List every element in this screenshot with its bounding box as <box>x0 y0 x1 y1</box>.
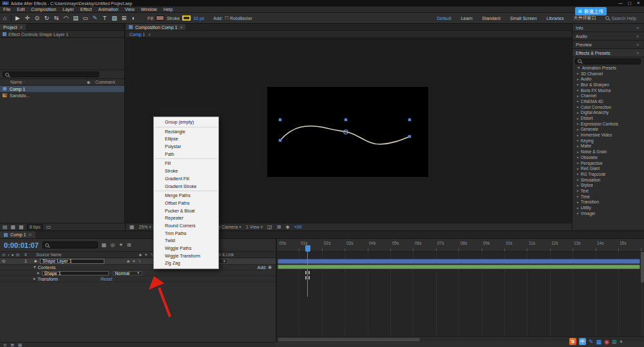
workspace-default[interactable]: Default <box>437 16 451 21</box>
effects-item[interactable]: ▸Text <box>573 188 644 194</box>
frame-blend-icon[interactable]: ✶ <box>118 243 123 248</box>
effects-item[interactable]: ▸Generate <box>573 127 644 133</box>
workspace-custom[interactable]: 大并排窗口 <box>573 15 596 21</box>
effects-item[interactable]: ▸Boris FX Mocha <box>573 88 644 93</box>
tool-mask-icon[interactable]: ▭ <box>80 15 90 21</box>
layer-quality-toggle[interactable]: ∖ <box>138 259 141 264</box>
effects-item[interactable]: ▸Transition <box>573 200 644 205</box>
new-folder-icon[interactable]: ▦ <box>11 225 16 230</box>
group-duration-bar[interactable] <box>278 265 640 269</box>
panel-menu-icon[interactable]: ≡ <box>636 34 641 39</box>
effects-item[interactable]: ▸Digital Anarchy <box>573 110 644 116</box>
effects-item[interactable]: ▸Immersive Video <box>573 132 644 138</box>
flowchart-icon[interactable]: ◈ <box>285 225 289 230</box>
project-item-comp1[interactable]: ▦ Comp 1 <box>0 86 124 92</box>
close-button[interactable]: ✕ <box>637 1 640 6</box>
current-timecode[interactable]: 0:00:01:07 <box>4 241 39 249</box>
effects-item[interactable]: ▸Red Giant <box>573 165 644 171</box>
workspace-standard[interactable]: Standard <box>482 16 500 21</box>
viewer-tab-comp1[interactable]: Comp 1 <box>129 32 146 37</box>
grid-guides-icon[interactable]: ▦ <box>129 225 135 230</box>
trash-icon[interactable]: ▭ <box>46 225 52 230</box>
tab-project[interactable]: Project ≡ <box>0 24 26 30</box>
twirl-right-icon[interactable]: ▸ <box>577 88 579 92</box>
effects-search-input[interactable] <box>575 59 641 64</box>
panel-effects-presets[interactable]: Effects & Presets ≡ <box>573 49 644 57</box>
twirl-right-icon[interactable]: ▸ <box>577 150 579 154</box>
menu-item-zig-zag[interactable]: Zig Zag <box>154 259 218 267</box>
tool-home-icon[interactable]: ⌂ <box>0 15 10 21</box>
label-column-icon[interactable]: ◆ <box>87 80 90 85</box>
tool-pen-icon[interactable]: ✎ <box>90 15 100 21</box>
tab-timeline-comp1[interactable]: Comp 1 ≡ <box>0 231 35 238</box>
tool-zoom-icon[interactable]: ⊙ <box>32 15 42 21</box>
effects-item[interactable]: ▸CINEMA 4D <box>573 98 644 104</box>
twirl-right-icon[interactable]: ▸ <box>577 99 579 103</box>
menu-item-repeater[interactable]: Repeater <box>154 214 218 222</box>
transform-row[interactable]: ▸ Transform Reset <box>0 276 276 282</box>
shape-path-canvas[interactable] <box>267 87 428 177</box>
layer-shy-toggle[interactable]: ♣ <box>127 259 129 264</box>
effects-item[interactable]: ▸Keying <box>573 138 644 144</box>
toolbox-icon[interactable]: ⊞ <box>612 339 617 345</box>
twirl-right-icon[interactable]: ▸ <box>577 138 579 142</box>
keyboard-icon[interactable]: ▦ <box>596 339 602 345</box>
twirl-right-icon[interactable]: ▸ <box>577 189 579 192</box>
effects-item[interactable]: ▸3D Channel <box>573 71 644 77</box>
effects-item[interactable]: ▸Expression Controls <box>573 121 644 127</box>
more-icon[interactable]: ▼ <box>619 340 623 344</box>
add-shape-button[interactable]: Add: ◉ <box>257 265 272 270</box>
sogou-icon[interactable]: S <box>569 338 576 345</box>
menu-item-offset-paths[interactable]: Offset Paths <box>154 200 218 207</box>
effects-item[interactable]: ▸Simulation <box>573 177 644 183</box>
twirl-right-icon[interactable]: ▸ <box>577 172 579 176</box>
effects-item[interactable]: ▸Vmager <box>573 211 644 216</box>
workspace-libraries[interactable]: Libraries <box>547 16 564 21</box>
stroke-width-value[interactable]: 10 px <box>193 16 204 21</box>
panel-preview[interactable]: Preview ≡ <box>573 41 644 49</box>
menu-item-pucker-bloat[interactable]: Pucker & Bloat <box>154 207 218 215</box>
twirl-right-icon[interactable]: ▸ <box>577 211 579 215</box>
twirl-right-icon[interactable]: ▸ <box>577 71 579 75</box>
menu-item-ellipse[interactable]: Ellipse <box>154 135 218 143</box>
pixel-aspect-icon[interactable]: ◲ <box>267 225 272 230</box>
menu-item-wiggle-transform[interactable]: Wiggle Transform <box>154 252 218 260</box>
effects-item[interactable]: ▸Stylize <box>573 182 644 188</box>
menu-animation[interactable]: Animation <box>95 7 122 12</box>
project-bpc-button[interactable]: 8 bpc <box>27 224 43 230</box>
tool-camera-icon[interactable]: ▤ <box>71 15 80 21</box>
scrollbar-thumb[interactable] <box>278 338 420 341</box>
menu-item-round-corners[interactable]: Round Corners <box>154 222 218 230</box>
menu-item-path[interactable]: Path <box>154 151 218 158</box>
shape1-name-box[interactable]: Shape 1 <box>42 271 109 276</box>
twirl-right-icon[interactable]: ▸ <box>577 117 579 120</box>
blend-mode-dropdown[interactable]: Normal ▾ <box>113 271 142 276</box>
panel-menu-icon[interactable]: ≡ <box>20 25 23 30</box>
layer-row-shape-layer-1[interactable]: ⊙ 1 ★ Shape Layer 1 ♣ ✶ ∖ ◎ None ▾ <box>0 258 276 265</box>
twirl-right-icon[interactable]: ▸ <box>577 127 579 131</box>
tool-orbit-icon[interactable]: ↻ <box>42 15 52 21</box>
panel-menu-icon[interactable]: ≡ <box>636 42 641 47</box>
layer-duration-bar[interactable] <box>278 259 640 264</box>
twirl-right-icon[interactable]: ▸ <box>577 161 579 165</box>
twirl-right-icon[interactable]: ▸ <box>577 200 579 204</box>
column-name[interactable]: Name <box>10 80 23 84</box>
interpret-footage-icon[interactable]: ▤ <box>3 225 8 230</box>
menu-item-polystar[interactable]: Polystar <box>154 143 218 151</box>
menu-item-trim-paths[interactable]: Trim Paths <box>154 230 218 238</box>
tool-clone-icon[interactable]: ⊞ <box>119 15 129 21</box>
playhead-line[interactable] <box>307 252 308 297</box>
effects-item[interactable]: ★Animation Presets <box>573 65 644 71</box>
view-layout-dropdown[interactable]: 1 View ▾ <box>246 225 263 230</box>
motion-blur-icon[interactable]: ⊞ <box>127 243 131 248</box>
column-comment[interactable]: Comment <box>95 80 115 84</box>
help-search[interactable]: Search Help <box>605 16 636 21</box>
twirl-right-icon[interactable]: ▸ <box>577 178 579 182</box>
menu-edit[interactable]: Edit <box>14 7 28 12</box>
comp-frame[interactable] <box>267 87 428 177</box>
menu-composition[interactable]: Composition <box>28 7 59 12</box>
add-menu-icon[interactable]: ◉ <box>268 265 272 270</box>
workspace-learn[interactable]: Learn <box>461 16 473 21</box>
tab-effect-controls[interactable]: Effect Controls Shape Layer 1 <box>0 31 124 38</box>
menu-item-twist[interactable]: Twist <box>154 237 218 245</box>
